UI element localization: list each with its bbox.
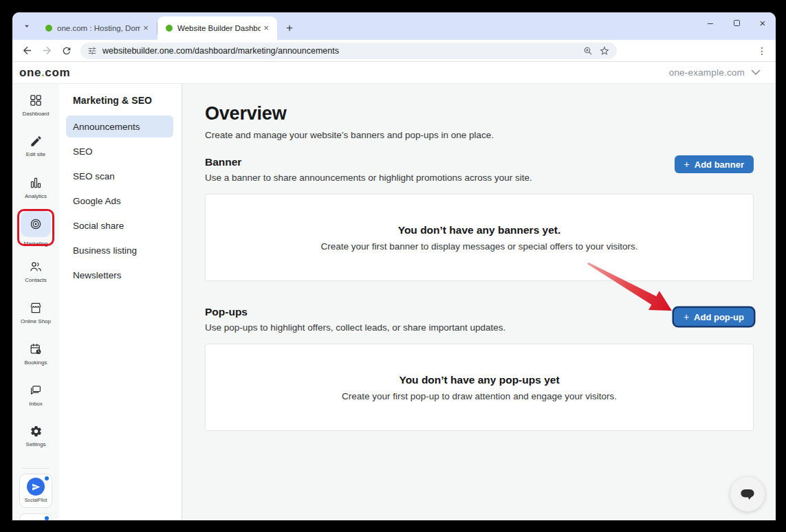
banner-heading: Banner	[205, 155, 532, 169]
new-tab-button[interactable]: +	[281, 20, 298, 36]
tab-close-icon[interactable]: ×	[261, 23, 272, 34]
page-title: Overview	[205, 102, 754, 125]
dashboard-icon	[29, 93, 43, 107]
sidebar-item-dashboard[interactable]: Dashboard	[15, 93, 56, 135]
submenu-item-seo[interactable]: SEO	[66, 140, 173, 162]
popups-section-text: Pop-ups Use pop-ups to highlight offers,…	[205, 305, 505, 334]
tab-title: one.com : Hosting, Domain, Em	[57, 24, 140, 32]
sidebar-item-settings[interactable]: Settings	[15, 425, 56, 466]
analytics-bar-chart-icon	[29, 176, 43, 190]
sidebar-item-label: Online Shop	[21, 318, 51, 324]
reload-icon	[61, 45, 72, 56]
tab-website-builder-dashboard[interactable]: Website Builder Dashboard ×	[157, 16, 277, 40]
inbox-chat-icon	[29, 384, 43, 397]
banner-empty-description: Create your first banner to display mess…	[320, 241, 637, 252]
sidebar-item-label: Analytics	[25, 193, 47, 199]
socialpilot-icon	[27, 478, 45, 496]
notification-dot	[45, 516, 49, 520]
icon-sidebar: Dashboard Edit site	[12, 84, 59, 520]
add-popup-button[interactable]: + Add pop-up	[674, 308, 754, 326]
window-close-button[interactable]: ×	[750, 12, 776, 33]
chevron-down-icon	[22, 21, 32, 31]
sidebar-item-bookings[interactable]: Bookings	[15, 342, 56, 384]
popups-section-header: Pop-ups Use pop-ups to highlight offers,…	[205, 305, 754, 334]
back-arrow-icon	[21, 45, 33, 56]
address-bar[interactable]: websitebuilder.one.com/dashboard/marketi…	[80, 43, 617, 59]
sidebar-divider	[22, 468, 50, 469]
star-icon	[599, 45, 610, 56]
add-banner-button[interactable]: + Add banner	[675, 155, 754, 173]
favicon-green-circle	[45, 25, 52, 32]
marketing-target-icon	[29, 217, 43, 231]
banner-empty-title: You don’t have any banners yet.	[398, 224, 561, 236]
banner-empty-state: You don’t have any banners yet. Create y…	[205, 194, 754, 281]
forward-arrow-icon	[41, 45, 53, 56]
app-body: Dashboard Edit site	[12, 84, 776, 520]
plus-icon: +	[684, 312, 689, 322]
back-button[interactable]	[18, 42, 36, 60]
browser-titlebar: one.com : Hosting, Domain, Em × Website …	[12, 12, 776, 40]
sidebar-item-label: Bookings	[25, 359, 47, 366]
popups-description: Use pop-ups to highlight offers, collect…	[205, 322, 505, 334]
popups-empty-title: You don’t have any pop-ups yet	[399, 374, 559, 386]
window-controls: – ×	[697, 12, 776, 33]
reload-button[interactable]	[58, 42, 76, 60]
submenu-item-announcements[interactable]: Announcements	[66, 115, 173, 137]
bookmark-star-button[interactable]	[598, 44, 611, 58]
tab-close-icon[interactable]: ×	[140, 23, 151, 34]
sidebar-item-online-shop[interactable]: Online Shop	[15, 301, 56, 342]
sidebar-item-inbox[interactable]: Inbox	[15, 384, 56, 425]
submenu-item-seo-scan[interactable]: SEO scan	[66, 165, 173, 187]
sidebar-item-label: Contacts	[25, 277, 47, 283]
sidebar-item-label: Marketing	[23, 241, 47, 247]
window-minimize-button[interactable]: –	[697, 12, 723, 33]
maximize-icon	[734, 20, 740, 26]
chat-widget-button[interactable]	[730, 477, 765, 511]
site-selector-dropdown[interactable]: one-example.com	[669, 67, 761, 78]
popups-empty-description: Create your first pop-up to draw attenti…	[342, 391, 617, 401]
popups-heading: Pop-ups	[205, 305, 505, 319]
banner-description: Use a banner to share announcements or h…	[205, 172, 532, 184]
marketing-submenu: Marketing & SEO Announcements SEO SEO sc…	[59, 84, 182, 520]
plus-icon: +	[684, 159, 690, 169]
submenu-item-business-listing[interactable]: Business listing	[66, 239, 173, 261]
bookings-calendar-icon	[29, 342, 43, 356]
sidebar-app-socialpilot[interactable]: SocialPilot	[19, 474, 52, 508]
sidebar-app-label: SocialPilot	[25, 498, 47, 502]
sidebar-item-label: Edit site	[26, 151, 45, 157]
submenu-title: Marketing & SEO	[66, 95, 173, 106]
marketing-selected-chip	[21, 211, 51, 237]
page-subtitle: Create and manage your website’s banners…	[205, 129, 754, 142]
notification-dot	[45, 476, 49, 480]
window-maximize-button[interactable]	[723, 12, 750, 33]
partial-app-icon	[28, 518, 43, 520]
browser-menu-button[interactable]: ⋮	[754, 43, 770, 59]
sidebar-app-partial[interactable]	[19, 513, 52, 520]
chevron-down-icon	[751, 69, 761, 76]
online-shop-storefront-icon	[29, 301, 43, 315]
zoom-magnifier-icon	[582, 45, 593, 56]
url-text[interactable]: websitebuilder.one.com/dashboard/marketi…	[102, 46, 578, 56]
contacts-people-icon	[29, 260, 43, 274]
submenu-item-google-ads[interactable]: Google Ads	[66, 190, 173, 212]
sidebar-item-label: Inbox	[29, 401, 43, 407]
add-popup-label: Add pop-up	[694, 312, 744, 322]
site-info-icon[interactable]	[87, 46, 97, 56]
sidebar-item-marketing[interactable]: Marketing	[15, 217, 56, 260]
browser-toolbar: websitebuilder.one.com/dashboard/marketi…	[12, 40, 776, 62]
forward-button[interactable]	[38, 42, 56, 60]
submenu-item-social-share[interactable]: Social share	[66, 214, 173, 236]
tab-one-com[interactable]: one.com : Hosting, Domain, Em ×	[37, 16, 157, 40]
browser-window: one.com : Hosting, Domain, Em × Website …	[12, 12, 776, 520]
tab-search-button[interactable]	[18, 17, 36, 35]
submenu-item-newsletters[interactable]: Newsletters	[66, 264, 173, 286]
sidebar-item-contacts[interactable]: Contacts	[15, 260, 56, 301]
sidebar-item-label: Dashboard	[22, 111, 49, 117]
site-selector-label: one-example.com	[669, 67, 745, 78]
app-header: one.com one-example.com	[12, 62, 776, 84]
zoom-indicator-button[interactable]	[581, 44, 595, 58]
chat-bubble-icon	[738, 485, 757, 504]
sidebar-item-edit-site[interactable]: Edit site	[15, 135, 56, 176]
sidebar-item-label: Settings	[26, 441, 46, 447]
add-banner-label: Add banner	[695, 159, 744, 170]
